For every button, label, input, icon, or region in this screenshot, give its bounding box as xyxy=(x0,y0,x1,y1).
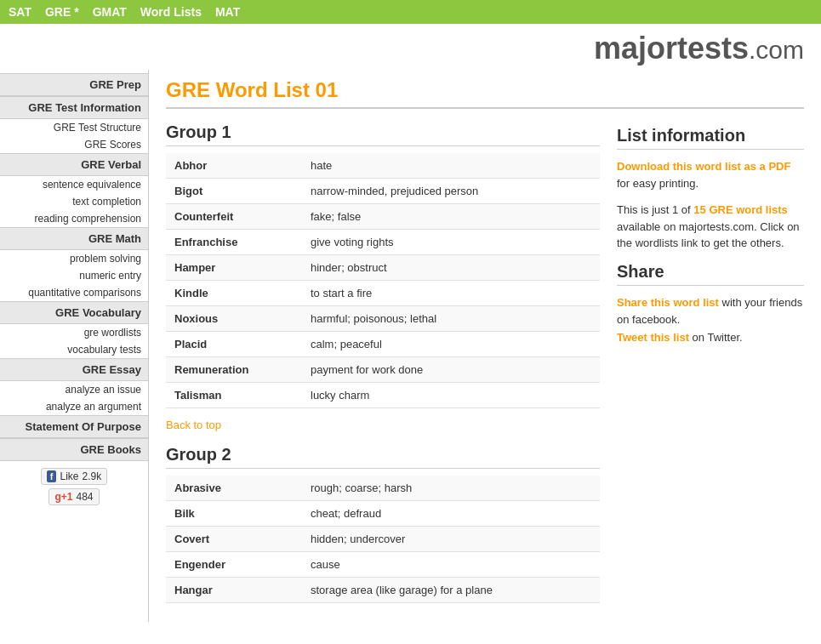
page-title: GRE Word List 01 xyxy=(166,78,804,109)
word-cell: Noxious xyxy=(166,306,302,332)
sidebar-section-gre-verbal[interactable]: GRE Verbal xyxy=(0,153,148,176)
definition-cell: cause xyxy=(302,552,600,578)
top-navigation: SAT GRE * GMAT Word Lists MAT xyxy=(0,0,821,24)
word-cell: Covert xyxy=(166,527,302,552)
table-row: Hangarstorage area (like garage) for a p… xyxy=(166,578,600,603)
download-pdf-link[interactable]: Download this word list as a PDF xyxy=(617,160,790,173)
gre-wordlists-count-link[interactable]: 15 GRE word lists xyxy=(693,203,788,216)
content-area: Group 1 AbhorhateBigotnarrow-minded, pre… xyxy=(166,123,804,613)
definition-cell: rough; coarse; harsh xyxy=(302,476,600,501)
wordlist-count-info: This is just 1 of 15 GRE word lists avai… xyxy=(617,202,804,252)
main-content: GRE Word List 01 Group 1 AbhorhateBigotn… xyxy=(149,70,821,622)
definition-cell: harmful; poisonous; lethal xyxy=(302,306,600,332)
definition-cell: calm; peaceful xyxy=(302,332,600,357)
group1-table: AbhorhateBigotnarrow-minded, prejudiced … xyxy=(166,153,600,408)
sidebar-link-text-completion[interactable]: text completion xyxy=(0,193,148,210)
definition-cell: hate xyxy=(302,153,600,179)
group2-title: Group 2 xyxy=(166,445,600,469)
table-row: Abhorhate xyxy=(166,153,600,179)
definition-cell: cheat; defraud xyxy=(302,501,600,527)
definition-cell: hinder; obstruct xyxy=(302,255,600,281)
nav-sat[interactable]: SAT xyxy=(9,5,31,19)
count-text-after: available on majortests.com. Click on th… xyxy=(617,220,800,250)
facebook-icon: f xyxy=(47,470,57,482)
fb-like-count: 2.9k xyxy=(83,470,102,482)
googleplus-icon: g+1 xyxy=(54,491,72,503)
table-row: Engendercause xyxy=(166,552,600,578)
sidebar-section-gre-prep[interactable]: GRE Prep xyxy=(0,73,148,96)
share-facebook-link[interactable]: Share this word list xyxy=(617,296,719,309)
word-cell: Talisman xyxy=(166,383,302,408)
word-lists-area: Group 1 AbhorhateBigotnarrow-minded, pre… xyxy=(166,123,600,613)
site-logo: majortests.com xyxy=(594,31,804,66)
share-twitter-text: Tweet this list on Twitter. xyxy=(617,329,804,347)
table-row: Remunerationpayment for work done xyxy=(166,357,600,383)
word-cell: Bilk xyxy=(166,501,302,527)
page-layout: GRE Prep GRE Test Information GRE Test S… xyxy=(0,70,821,622)
word-cell: Placid xyxy=(166,332,302,357)
sidebar-link-quantitative-comparisons[interactable]: quantitative comparisons xyxy=(0,284,148,301)
definition-cell: fake; false xyxy=(302,204,600,230)
group2-table: Abrasiverough; coarse; harshBilkcheat; d… xyxy=(166,476,600,603)
word-cell: Counterfeit xyxy=(166,204,302,230)
table-row: Bigotnarrow-minded, prejudiced person xyxy=(166,179,600,204)
definition-cell: to start a fire xyxy=(302,281,600,306)
word-cell: Kindle xyxy=(166,281,302,306)
word-cell: Remuneration xyxy=(166,357,302,383)
table-row: Enfranchisegive voting rights xyxy=(166,230,600,255)
share-tw-suffix: on Twitter. xyxy=(689,331,743,344)
fb-like-label: Like xyxy=(60,470,78,482)
count-text-before: This is just 1 of xyxy=(617,203,693,216)
sidebar-section-gre-test-info[interactable]: GRE Test Information xyxy=(0,96,148,119)
sidebar-section-gre-vocabulary[interactable]: GRE Vocabulary xyxy=(0,301,148,324)
sidebar-link-analyze-issue[interactable]: analyze an issue xyxy=(0,381,148,398)
word-cell: Bigot xyxy=(166,179,302,204)
googleplus-button[interactable]: g+1 484 xyxy=(48,488,99,505)
site-header: majortests.com xyxy=(0,24,821,70)
word-cell: Hamper xyxy=(166,255,302,281)
definition-cell: hidden; undercover xyxy=(302,527,600,552)
sidebar-link-numeric-entry[interactable]: numeric entry xyxy=(0,267,148,284)
sidebar-link-problem-solving[interactable]: problem solving xyxy=(0,250,148,267)
download-info: Download this word list as a PDF for eas… xyxy=(617,158,804,191)
sidebar-link-gre-wordlists[interactable]: gre wordlists xyxy=(0,324,148,341)
table-row: Noxiousharmful; poisonous; lethal xyxy=(166,306,600,332)
facebook-like-button[interactable]: f Like 2.9k xyxy=(41,468,107,485)
logo-tests: tests xyxy=(677,31,749,66)
sidebar-section-statement-of-purpose[interactable]: Statement Of Purpose xyxy=(0,415,148,438)
sidebar-link-vocabulary-tests[interactable]: vocabulary tests xyxy=(0,341,148,358)
share-title: Share xyxy=(617,262,804,286)
word-cell: Abrasive xyxy=(166,476,302,501)
gplus-count: 484 xyxy=(76,491,93,503)
sidebar-section-gre-essay[interactable]: GRE Essay xyxy=(0,358,148,381)
definition-cell: payment for work done xyxy=(302,357,600,383)
nav-mat[interactable]: MAT xyxy=(215,5,240,19)
sidebar-link-gre-test-structure[interactable]: GRE Test Structure xyxy=(0,119,148,136)
table-row: Kindleto start a fire xyxy=(166,281,600,306)
table-row: Talismanlucky charm xyxy=(166,383,600,408)
download-text: for easy printing. xyxy=(617,177,698,190)
logo-domain: .com xyxy=(749,36,804,64)
logo-major: major xyxy=(594,31,677,66)
table-row: Bilkcheat; defraud xyxy=(166,501,600,527)
sidebar-section-gre-math[interactable]: GRE Math xyxy=(0,227,148,250)
nav-gmat[interactable]: GMAT xyxy=(93,5,127,19)
nav-gre[interactable]: GRE * xyxy=(45,5,79,19)
sidebar-link-sentence-equivalence[interactable]: sentence equivalence xyxy=(0,176,148,193)
group1-title: Group 1 xyxy=(166,123,600,146)
tweet-list-link[interactable]: Tweet this list xyxy=(617,331,689,344)
table-row: Counterfeitfake; false xyxy=(166,204,600,230)
nav-wordlists[interactable]: Word Lists xyxy=(140,5,202,19)
word-cell: Abhor xyxy=(166,153,302,179)
word-cell: Engender xyxy=(166,552,302,578)
table-row: Coverthidden; undercover xyxy=(166,527,600,552)
sidebar-section-gre-books[interactable]: GRE Books xyxy=(0,438,148,461)
word-cell: Hangar xyxy=(166,578,302,603)
sidebar-social: f Like 2.9k g+1 484 xyxy=(0,461,148,512)
sidebar-link-reading-comprehension[interactable]: reading comprehension xyxy=(0,210,148,227)
sidebar-link-analyze-argument[interactable]: analyze an argument xyxy=(0,398,148,415)
back-to-top-link[interactable]: Back to top xyxy=(166,419,600,431)
right-sidebar: List information Download this word list… xyxy=(617,123,804,613)
definition-cell: storage area (like garage) for a plane xyxy=(302,578,600,603)
sidebar-link-gre-scores[interactable]: GRE Scores xyxy=(0,136,148,153)
